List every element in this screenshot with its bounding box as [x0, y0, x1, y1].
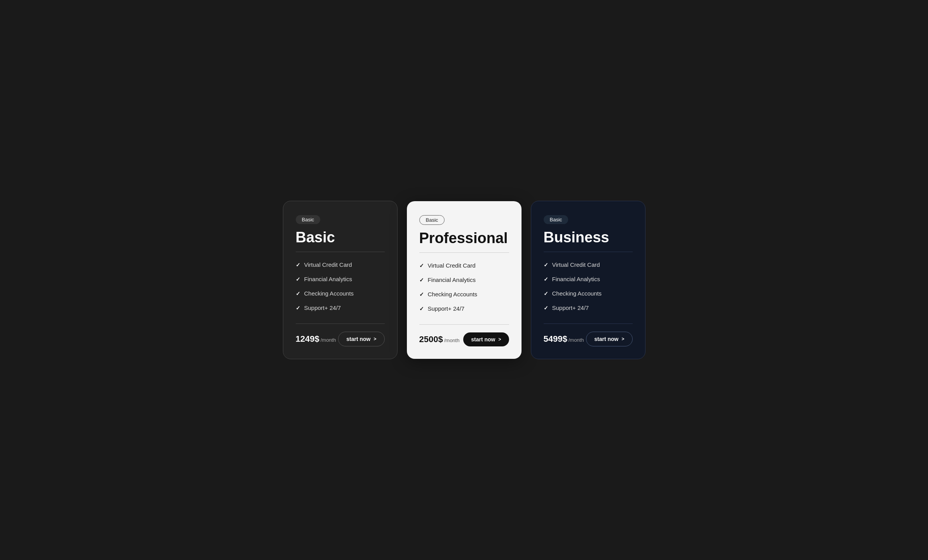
check-icon: ✓	[544, 276, 548, 282]
list-item: ✓Financial Analytics	[296, 276, 385, 282]
plan-badge-business: Basic	[544, 215, 569, 224]
check-icon: ✓	[419, 306, 424, 312]
plan-badge-professional: Basic	[419, 215, 445, 225]
pricing-card-basic: BasicBasic✓Virtual Credit Card✓Financial…	[283, 201, 398, 360]
start-now-button-business[interactable]: start now>	[586, 332, 632, 346]
check-icon: ✓	[544, 305, 548, 311]
list-item: ✓Support+ 24/7	[544, 304, 633, 311]
feature-text: Financial Analytics	[552, 276, 600, 282]
start-now-button-basic[interactable]: start now>	[338, 332, 384, 346]
pricing-card-business: BasicBusiness✓Virtual Credit Card✓Financ…	[531, 201, 645, 360]
divider-top-business	[544, 252, 633, 252]
feature-text: Virtual Credit Card	[552, 261, 600, 268]
feature-text: Checking Accounts	[428, 291, 478, 297]
list-item: ✓Support+ 24/7	[419, 305, 509, 312]
plan-name-business: Business	[544, 230, 633, 246]
feature-text: Support+ 24/7	[428, 305, 465, 312]
feature-text: Financial Analytics	[428, 277, 476, 283]
list-item: ✓Virtual Credit Card	[419, 262, 509, 269]
chevron-right-icon: >	[498, 337, 501, 342]
divider-bottom-professional	[419, 324, 509, 325]
plan-name-professional: Professional	[419, 230, 509, 247]
price-business: 5499$	[544, 334, 567, 344]
check-icon: ✓	[419, 263, 424, 269]
feature-text: Checking Accounts	[552, 290, 602, 297]
check-icon: ✓	[544, 262, 548, 268]
pricing-row-professional: 2500$/monthstart now>	[419, 332, 509, 346]
list-item: ✓Virtual Credit Card	[544, 261, 633, 268]
start-now-button-professional[interactable]: start now>	[463, 332, 509, 346]
pricing-card-professional: BasicProfessional✓Virtual Credit Card✓Fi…	[407, 201, 522, 359]
list-item: ✓Support+ 24/7	[296, 304, 385, 311]
divider-top-professional	[419, 252, 509, 253]
chevron-right-icon: >	[621, 336, 624, 342]
divider-bottom-business	[544, 323, 633, 324]
features-list-basic: ✓Virtual Credit Card✓Financial Analytics…	[296, 261, 385, 311]
price-basic: 1249$	[296, 334, 319, 344]
price-wrapper-professional: 2500$/month	[419, 334, 460, 344]
pricing-row-basic: 1249$/monthstart now>	[296, 332, 385, 346]
price-period-basic: /month	[321, 337, 336, 343]
price-wrapper-basic: 1249$/month	[296, 334, 336, 344]
list-item: ✓Checking Accounts	[544, 290, 633, 297]
check-icon: ✓	[296, 276, 300, 282]
price-period-professional: /month	[444, 337, 460, 343]
feature-text: Virtual Credit Card	[428, 262, 476, 269]
plan-name-basic: Basic	[296, 230, 385, 246]
list-item: ✓Virtual Credit Card	[296, 261, 385, 268]
check-icon: ✓	[419, 277, 424, 283]
check-icon: ✓	[296, 290, 300, 297]
start-now-label-business: start now	[594, 336, 618, 342]
start-now-label-basic: start now	[346, 336, 370, 342]
feature-text: Financial Analytics	[304, 276, 352, 282]
price-period-business: /month	[569, 337, 584, 343]
check-icon: ✓	[419, 291, 424, 297]
features-list-business: ✓Virtual Credit Card✓Financial Analytics…	[544, 261, 633, 311]
plan-badge-basic: Basic	[296, 215, 321, 224]
feature-text: Support+ 24/7	[304, 304, 341, 311]
feature-text: Virtual Credit Card	[304, 261, 352, 268]
check-icon: ✓	[296, 262, 300, 268]
pricing-section: BasicBasic✓Virtual Credit Card✓Financial…	[267, 185, 661, 375]
list-item: ✓Financial Analytics	[419, 277, 509, 283]
chevron-right-icon: >	[373, 336, 376, 342]
pricing-row-business: 5499$/monthstart now>	[544, 332, 633, 346]
list-item: ✓Checking Accounts	[296, 290, 385, 297]
start-now-label-professional: start now	[471, 336, 495, 343]
list-item: ✓Financial Analytics	[544, 276, 633, 282]
price-professional: 2500$	[419, 334, 443, 344]
divider-bottom-basic	[296, 323, 385, 324]
feature-text: Checking Accounts	[304, 290, 354, 297]
check-icon: ✓	[296, 305, 300, 311]
price-wrapper-business: 5499$/month	[544, 334, 584, 344]
feature-text: Support+ 24/7	[552, 304, 589, 311]
divider-top-basic	[296, 252, 385, 252]
check-icon: ✓	[544, 290, 548, 297]
features-list-professional: ✓Virtual Credit Card✓Financial Analytics…	[419, 262, 509, 312]
list-item: ✓Checking Accounts	[419, 291, 509, 297]
